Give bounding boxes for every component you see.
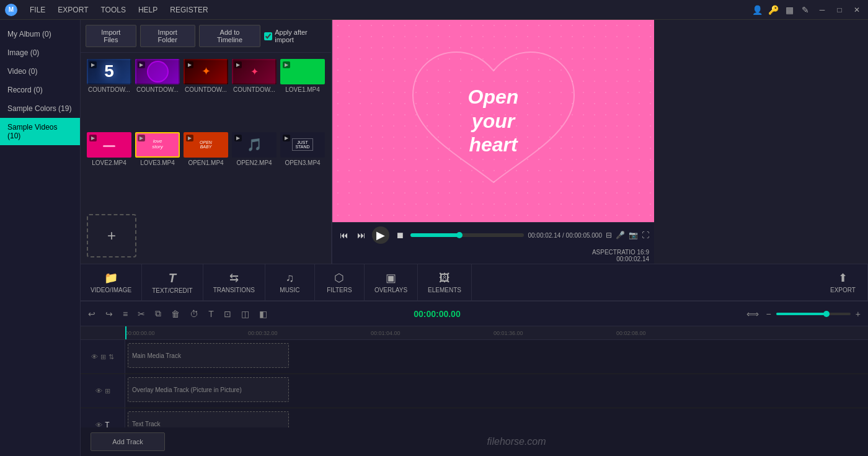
- sidebar-item-sample-colors[interactable]: Sample Colors (19): [0, 99, 80, 118]
- preview-panel: Open your heart ⏮ ⏭ ▶ ⏹: [332, 20, 654, 264]
- add-to-timeline-button[interactable]: Add to Timeline: [199, 25, 260, 47]
- layout-icon[interactable]: ▦: [784, 4, 795, 16]
- lock-right-button[interactable]: ◧: [257, 306, 270, 321]
- close-button[interactable]: ✕: [851, 4, 863, 16]
- tab-export[interactable]: ⬆ EXPORT: [818, 264, 868, 300]
- skip-to-start-button[interactable]: ⏮: [337, 229, 351, 241]
- expand-icon[interactable]: ⊞: [105, 387, 110, 395]
- titlebar: M FILE EXPORT TOOLS HELP REGISTER 👤 🔑 ▦ …: [0, 0, 868, 20]
- video-settings-icon[interactable]: ⊟: [606, 231, 612, 239]
- settings-button[interactable]: ≡: [120, 306, 130, 321]
- zoom-bar[interactable]: [776, 313, 851, 315]
- preview-video: Open your heart: [332, 20, 654, 222]
- media-thumbnail: ▶ OPENBABY: [184, 132, 228, 158]
- list-item[interactable]: ▶ lovestory LOVE3.MP4: [135, 132, 180, 202]
- tab-elements[interactable]: 🖼 ELEMENTS: [418, 264, 472, 300]
- copy-button[interactable]: ⧉: [153, 306, 164, 321]
- menu-tools[interactable]: TOOLS: [95, 4, 130, 16]
- menu-bar: FILE EXPORT TOOLS HELP REGISTER: [25, 4, 213, 16]
- zoom-minus-button[interactable]: −: [764, 306, 774, 321]
- list-item[interactable]: ▶ 🎵 OPEN2.MP4: [232, 132, 277, 202]
- list-item[interactable]: ▶ 5 COUNTDOW...: [87, 59, 131, 128]
- eye-icon[interactable]: 👁: [95, 421, 102, 427]
- zoom-plus-button[interactable]: +: [853, 306, 863, 321]
- step-back-button[interactable]: ⏭: [355, 229, 368, 241]
- media-label: LOVE2.MP4: [87, 159, 131, 166]
- timing-button[interactable]: ⏱: [187, 306, 201, 321]
- media-label: LOVE1.MP4: [280, 86, 325, 93]
- media-panel: Import Files Import Folder Add to Timeli…: [81, 20, 332, 264]
- delete-button[interactable]: 🗑: [169, 306, 182, 321]
- eye-icon[interactable]: 👁: [91, 353, 98, 360]
- add-track-button[interactable]: Add Track: [91, 432, 165, 451]
- swap-icon[interactable]: ⇅: [108, 353, 114, 361]
- menu-register[interactable]: REGISTER: [165, 4, 213, 16]
- stop-button[interactable]: ⏹: [393, 229, 407, 241]
- overlays-icon: ▣: [386, 271, 396, 285]
- key-icon[interactable]: 🔑: [768, 4, 779, 16]
- preview-controls: ⏮ ⏭ ▶ ⏹ 00:00:02.14 / 00:00:05.000 ⊟ 🎤 📷…: [332, 222, 654, 248]
- sidebar-item-sample-videos[interactable]: Sample Videos (10): [0, 118, 80, 145]
- crop-button[interactable]: ⊡: [221, 306, 234, 321]
- microphone-icon[interactable]: 🎤: [616, 231, 625, 239]
- lock-left-button[interactable]: ◫: [239, 306, 252, 321]
- sidebar-item-image[interactable]: Image (0): [0, 43, 80, 62]
- titlebar-left: M FILE EXPORT TOOLS HELP REGISTER: [5, 4, 213, 16]
- sidebar-item-video[interactable]: Video (0): [0, 62, 80, 81]
- aspect-ratio-info: ASPECTRATIO 16:9 00:00:02.14: [332, 248, 654, 264]
- text-button[interactable]: T: [206, 306, 216, 321]
- menu-help[interactable]: HELP: [133, 4, 162, 16]
- zoom-out-button[interactable]: ⟺: [744, 306, 761, 321]
- eye-icon[interactable]: 👁: [95, 387, 102, 395]
- import-files-button[interactable]: Import Files: [86, 25, 136, 47]
- play-button[interactable]: ▶: [372, 226, 389, 244]
- screenshot-icon[interactable]: 📷: [629, 231, 638, 239]
- cut-button[interactable]: ✂: [135, 306, 148, 321]
- list-item[interactable]: ▶ JUSTSTAND OPEN3.MP4: [280, 132, 325, 202]
- list-item[interactable]: ▶ LOVE1.MP4: [280, 59, 325, 128]
- person-icon[interactable]: 👤: [751, 4, 763, 16]
- import-folder-button[interactable]: Import Folder: [140, 25, 195, 47]
- track-controls-main: 👁 ⊞ ⇅: [81, 340, 125, 373]
- tab-overlays[interactable]: ▣ OVERLAYS: [365, 264, 418, 300]
- sidebar-item-record[interactable]: Record (0): [0, 81, 80, 99]
- tab-filters[interactable]: ⬡ FILTERS: [315, 264, 365, 300]
- overlay-track-content[interactable]: Overlay Media Track (Picture in Picture): [125, 374, 868, 408]
- titlebar-right: 👤 🔑 ▦ ✎ ─ □ ✕: [751, 4, 863, 16]
- app-logo: M: [5, 4, 17, 16]
- apply-after-import-checkbox[interactable]: [264, 32, 272, 40]
- media-thumbnail: ▶ ✦: [232, 59, 277, 84]
- main-media-track-content[interactable]: Main Media Track: [125, 340, 868, 373]
- minimize-button[interactable]: ─: [816, 4, 828, 16]
- list-item[interactable]: ▶ COUNTDOW...: [135, 59, 180, 128]
- expand-icon[interactable]: ⊞: [100, 353, 106, 361]
- main-container: My Album (0) Image (0) Video (0) Record …: [0, 20, 868, 456]
- fullscreen-icon[interactable]: ⛶: [642, 231, 649, 239]
- media-thumbnail: ▶ ✦: [184, 59, 228, 84]
- maximize-button[interactable]: □: [833, 4, 846, 16]
- tab-transitions[interactable]: ⇆ TRANSITIONS: [203, 264, 265, 300]
- list-item[interactable]: ▶ ✦ COUNTDOW...: [184, 59, 228, 128]
- tab-video-image[interactable]: 📁 VIDEO/IMAGE: [81, 264, 142, 300]
- media-label: COUNTDOW...: [232, 86, 277, 93]
- music-icon: ♫: [286, 272, 294, 285]
- tab-text-credit[interactable]: T TEXT/CREDIT: [142, 264, 203, 300]
- sidebar-item-my-album[interactable]: My Album (0): [0, 25, 80, 43]
- redo-button[interactable]: ↪: [103, 306, 115, 321]
- list-item[interactable]: ▶ ✦ COUNTDOW...: [232, 59, 277, 128]
- list-item[interactable]: ▶ LOVE2.MP4: [87, 132, 131, 202]
- tab-music[interactable]: ♫ MUSIC: [265, 264, 315, 300]
- menu-file[interactable]: FILE: [25, 4, 50, 16]
- undo-button[interactable]: ↩: [86, 306, 98, 321]
- media-grid: ▶ 5 COUNTDOW... ▶: [81, 53, 331, 208]
- text-track-content[interactable]: Text Track: [125, 408, 868, 427]
- edit-icon[interactable]: ✎: [800, 4, 811, 16]
- text-track-icon[interactable]: T: [105, 421, 109, 427]
- apply-after-import-label[interactable]: Apply after import: [264, 29, 326, 43]
- track-controls-overlay: 👁 ⊞: [81, 374, 125, 408]
- media-label: LOVE3.MP4: [135, 159, 180, 166]
- add-media-button[interactable]: +: [87, 214, 136, 257]
- list-item[interactable]: ▶ OPENBABY OPEN1.MP4: [184, 132, 228, 202]
- menu-export[interactable]: EXPORT: [53, 4, 93, 16]
- progress-bar[interactable]: [410, 233, 524, 237]
